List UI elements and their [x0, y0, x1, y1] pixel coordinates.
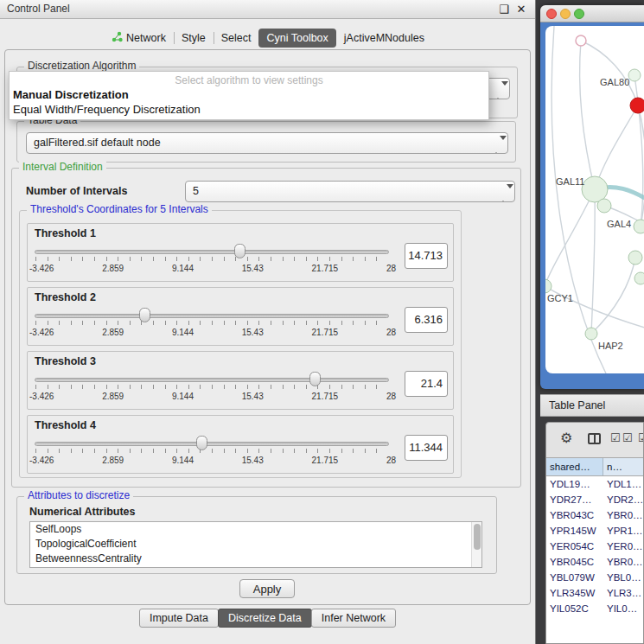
- slider-track[interactable]: [35, 314, 389, 318]
- cell[interactable]: YBL0…: [603, 570, 643, 585]
- tab-network[interactable]: Network: [104, 29, 174, 48]
- tab-style[interactable]: Style: [174, 29, 214, 48]
- scrollbar-thumb[interactable]: [474, 524, 481, 550]
- cell[interactable]: YDL1…: [603, 476, 643, 492]
- threshold-1-slider[interactable]: [35, 243, 389, 264]
- slider-thumb[interactable]: [234, 244, 245, 258]
- attributes-group: Attributes to discretize Numerical Attri…: [16, 496, 497, 574]
- cell[interactable]: YBR0…: [603, 554, 643, 570]
- scale-label: 9.144: [172, 392, 194, 401]
- tab-cyni-toolbox[interactable]: Cyni Toolbox: [258, 29, 335, 48]
- network-node[interactable]: [585, 328, 597, 340]
- close-traffic-light[interactable]: [546, 9, 557, 19]
- interval-definition-title: Interval Definition: [19, 161, 106, 173]
- gear-icon[interactable]: ⚙: [560, 430, 572, 447]
- float-window-icon[interactable]: ❑: [497, 0, 511, 19]
- zoom-traffic-light[interactable]: [574, 9, 584, 19]
- tab-jactivemnodules[interactable]: jActiveMNodules: [336, 29, 432, 48]
- table-data-combo[interactable]: galFiltered.sif default node: [26, 132, 508, 154]
- table-toolbar: ⚙ ☑ ☑ ☑: [546, 423, 643, 457]
- network-edge: [591, 189, 595, 334]
- scale-label: 28: [386, 328, 396, 337]
- close-window-icon[interactable]: ✕: [514, 0, 528, 19]
- tab-infer-network[interactable]: Infer Network: [311, 609, 396, 628]
- table-row[interactable]: YPR145WYPR1…: [546, 523, 643, 539]
- table-row[interactable]: YBL079WYBL0…: [546, 570, 643, 585]
- slider-track[interactable]: [35, 378, 389, 382]
- network-node[interactable]: [576, 35, 586, 46]
- table-row[interactable]: YDR27…YDR2…: [546, 492, 643, 507]
- list-item[interactable]: BetweennessCentrality: [30, 552, 481, 566]
- table-row[interactable]: YIL052CYIL0…: [546, 601, 643, 616]
- cell[interactable]: YDR2…: [603, 492, 643, 507]
- threshold-4-slider[interactable]: [35, 435, 389, 456]
- network-node[interactable]: [634, 272, 644, 284]
- scale-label: -3.426: [29, 264, 54, 273]
- cell[interactable]: YBR0…: [603, 507, 643, 523]
- checkbox-icon[interactable]: ☑: [610, 431, 621, 444]
- cell[interactable]: YBR043C: [546, 507, 603, 523]
- column-header-name[interactable]: n…: [603, 458, 643, 475]
- slider-ticks: [35, 385, 388, 389]
- apply-button[interactable]: Apply: [239, 579, 295, 598]
- attributes-list-scrollbar[interactable]: [471, 522, 481, 567]
- stepper-down-icon: [507, 184, 513, 201]
- column-header-shared-name[interactable]: shared…: [546, 458, 603, 475]
- threshold-3-value-field[interactable]: 21.4: [405, 371, 448, 397]
- table-body: YDL19…YDL1… YDR27…YDR2… YBR043CYBR0… YPR…: [546, 476, 643, 644]
- bottom-tab-bar: Impute Data Discretize Data Infer Networ…: [0, 609, 536, 628]
- cell[interactable]: YER054C: [546, 539, 603, 554]
- network-node[interactable]: [628, 69, 641, 81]
- table-row[interactable]: YLR345WYLR3…: [546, 585, 643, 601]
- tab-impute-data[interactable]: Impute Data: [139, 609, 219, 628]
- cell[interactable]: YPR1…: [603, 523, 643, 539]
- checkbox-icon[interactable]: ☑: [622, 431, 633, 444]
- tab-label: Style: [182, 32, 206, 44]
- network-node-red[interactable]: [630, 98, 644, 113]
- tab-select[interactable]: Select: [214, 29, 259, 48]
- threshold-2-slider[interactable]: [35, 307, 389, 328]
- dropdown-option-manual-discretization[interactable]: Manual Discretization: [10, 87, 488, 102]
- network-icon: [112, 31, 123, 45]
- numerical-attributes-list[interactable]: SelfLoops TopologicalCoefficient Between…: [29, 521, 482, 568]
- algorithm-dropdown-popup: Select algorithm to view settings Manual…: [9, 71, 489, 120]
- network-canvas[interactable]: GAL80 GAL11 GAL4 GCY1 HAP2: [545, 26, 644, 373]
- dropdown-option-equal-width-frequency[interactable]: Equal Width/Frequency Discretization: [10, 102, 488, 117]
- list-item[interactable]: SelfLoops: [30, 522, 481, 537]
- cell[interactable]: YBL079W: [546, 570, 603, 585]
- slider-thumb[interactable]: [309, 372, 321, 386]
- slider-track[interactable]: [35, 442, 389, 446]
- slider-thumb[interactable]: [139, 308, 150, 322]
- cell[interactable]: YER0…: [603, 539, 643, 554]
- network-node[interactable]: [582, 176, 608, 202]
- list-item[interactable]: TopologicalCoefficient: [30, 537, 481, 552]
- network-node[interactable]: [628, 251, 642, 265]
- network-node[interactable]: [634, 220, 644, 233]
- cell[interactable]: YPR145W: [546, 523, 603, 539]
- columns-icon[interactable]: [588, 433, 601, 444]
- cell[interactable]: YDL19…: [546, 476, 603, 492]
- cell[interactable]: YBR045C: [546, 554, 603, 570]
- threshold-4-value-field[interactable]: 11.344: [405, 435, 448, 461]
- control-panel-window: Control Panel ❑ ✕ Network Style Select C…: [0, 0, 536, 644]
- threshold-3-slider[interactable]: [35, 371, 389, 392]
- table-row[interactable]: YBR043CYBR0…: [546, 507, 643, 523]
- threshold-1-value-field[interactable]: 14.713: [405, 243, 448, 269]
- table-row[interactable]: YDL19…YDL1…: [546, 476, 643, 492]
- cell[interactable]: YDR27…: [546, 492, 603, 507]
- network-node[interactable]: [545, 279, 552, 293]
- cell[interactable]: YLR3…: [603, 585, 643, 601]
- slider-thumb[interactable]: [196, 436, 207, 450]
- tab-discretize-data[interactable]: Discretize Data: [218, 609, 312, 628]
- cell[interactable]: YIL0…: [603, 601, 643, 616]
- checkbox-icon[interactable]: ☑: [638, 431, 643, 444]
- network-node[interactable]: [597, 199, 611, 213]
- cell[interactable]: YIL052C: [546, 601, 603, 616]
- table-row[interactable]: YBR045CYBR0…: [546, 554, 643, 570]
- threshold-2-value-field[interactable]: 6.316: [405, 307, 448, 333]
- slider-track[interactable]: [35, 250, 389, 254]
- table-row[interactable]: YER054CYER0…: [546, 539, 643, 554]
- cell[interactable]: YLR345W: [546, 585, 603, 601]
- number-of-intervals-combo[interactable]: 5: [185, 181, 515, 202]
- minimize-traffic-light[interactable]: [560, 9, 571, 19]
